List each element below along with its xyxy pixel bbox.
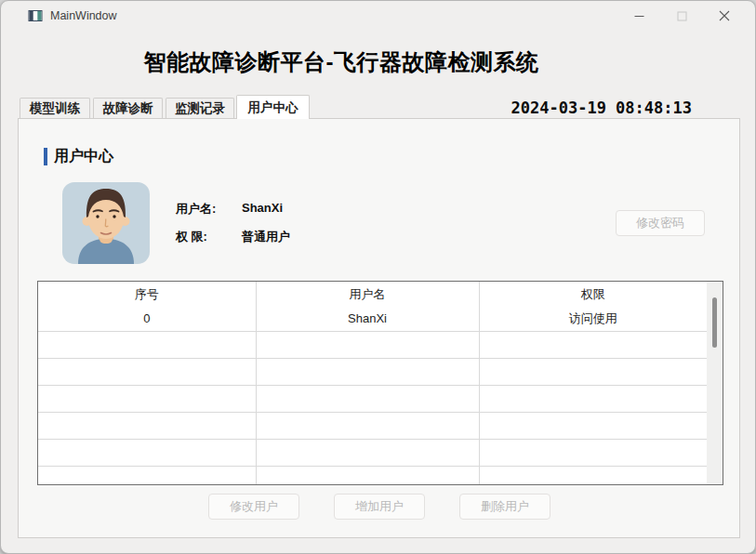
table-cell[interactable]: ShanXi [256, 307, 479, 331]
table-cell[interactable] [479, 385, 707, 412]
table-cell[interactable] [256, 412, 479, 439]
table-cell[interactable] [38, 412, 256, 439]
tab-fault-diagnosis[interactable]: 故障诊断 [93, 98, 163, 118]
tab-user-center[interactable]: 用户中心 [236, 95, 310, 119]
add-user-button[interactable]: 增加用户 [334, 494, 425, 520]
table-cell[interactable] [479, 358, 707, 385]
table-cell[interactable] [38, 331, 256, 358]
scrollbar-thumb[interactable] [712, 297, 717, 348]
table-cell[interactable] [256, 385, 479, 412]
datetime-display: 2024-03-19 08:48:13 [511, 99, 692, 117]
table-cell[interactable] [38, 439, 256, 466]
table-row[interactable] [38, 358, 707, 385]
table-cell[interactable] [256, 439, 479, 466]
table-cell[interactable] [479, 412, 707, 439]
table-scrollbar[interactable] [707, 282, 723, 484]
table-row[interactable] [38, 466, 707, 484]
username-value: ShanXi [242, 201, 283, 215]
tab-monitor-records[interactable]: 监测记录 [166, 98, 234, 118]
app-icon [28, 8, 43, 23]
user-table-grid[interactable]: 序号用户名权限0ShanXi访问使用 [38, 282, 707, 484]
table-cell[interactable] [256, 331, 479, 358]
modify-user-button[interactable]: 修改用户 [208, 494, 299, 520]
table-row[interactable] [38, 385, 707, 412]
table-cell[interactable]: 0 [38, 307, 256, 331]
delete-user-button[interactable]: 删除用户 [459, 494, 550, 520]
permission-value: 普通用户 [242, 229, 290, 245]
table-cell[interactable] [38, 385, 256, 412]
table-cell[interactable] [256, 358, 479, 385]
tab-model-training[interactable]: 模型训练 [20, 98, 90, 118]
table-cell[interactable]: 访问使用 [479, 307, 707, 331]
page-title: 智能故障诊断平台-飞行器故障检测系统 [1, 47, 682, 77]
username-field: 用户名: ShanXi [176, 201, 216, 218]
table-cell[interactable] [38, 466, 256, 484]
table-row[interactable] [38, 331, 707, 358]
table-row[interactable] [38, 439, 707, 466]
table-cell[interactable] [38, 358, 256, 385]
user-avatar [62, 182, 150, 264]
window-title: MainWindow [50, 9, 117, 22]
table-cell[interactable] [479, 331, 707, 358]
maximize-button[interactable] [660, 1, 703, 31]
section-accent-bar [44, 148, 47, 165]
user-table-area[interactable]: 序号用户名权限0ShanXi访问使用 [38, 282, 707, 484]
user-table[interactable]: 序号用户名权限0ShanXi访问使用 [37, 281, 723, 485]
main-window: MainWindow 智能故障诊断平台-飞行器故障检测系统 2024-03-19… [0, 0, 756, 554]
permission-field: 权 限: 普通用户 [176, 229, 207, 245]
table-cell[interactable] [479, 466, 707, 484]
table-cell[interactable] [479, 439, 707, 466]
table-row[interactable] [38, 412, 707, 439]
window-controls [617, 1, 746, 31]
column-header[interactable]: 权限 [479, 282, 707, 307]
minimize-button[interactable] [617, 1, 660, 31]
section-header: 用户中心 [44, 147, 113, 166]
table-cell[interactable] [256, 466, 479, 484]
table-header-row[interactable]: 序号用户名权限 [38, 282, 707, 307]
titlebar: MainWindow [1, 1, 755, 31]
column-header[interactable]: 用户名 [256, 282, 479, 307]
username-label: 用户名: [176, 202, 216, 216]
table-row[interactable]: 0ShanXi访问使用 [38, 307, 707, 331]
close-button[interactable] [703, 1, 746, 31]
section-title: 用户中心 [54, 147, 113, 166]
permission-label: 权 限: [176, 230, 207, 244]
change-password-button[interactable]: 修改密码 [616, 210, 705, 236]
column-header[interactable]: 序号 [38, 282, 256, 307]
tab-content-user-center: 用户中心 [18, 118, 740, 538]
